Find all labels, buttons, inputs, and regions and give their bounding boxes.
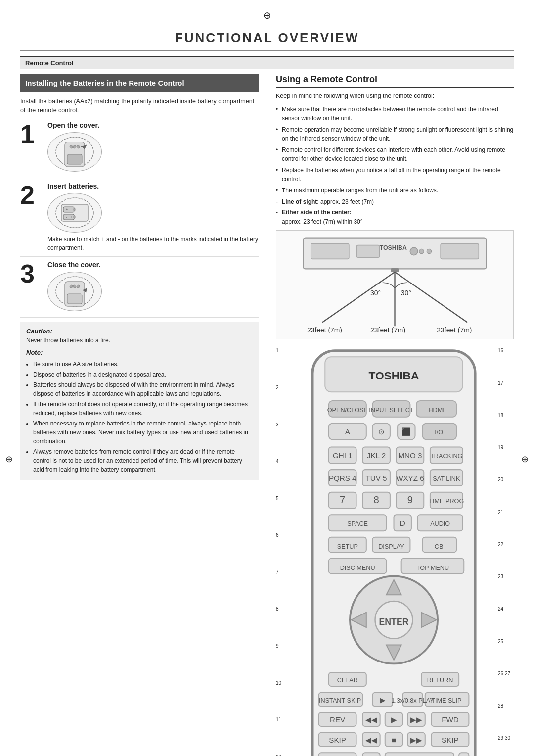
svg-text:REV: REV <box>330 716 346 724</box>
svg-text:ENTER: ENTER <box>379 617 409 627</box>
svg-rect-9 <box>63 207 74 212</box>
svg-text:7: 7 <box>340 495 345 506</box>
note-bullet-3: Batteries should always be disposed of w… <box>33 380 253 398</box>
label-left-5: 5 <box>276 496 290 501</box>
step-3-number: 3 <box>20 261 47 286</box>
install-title: Installing the Batteries in the Remote C… <box>20 74 259 92</box>
svg-text:23feet (7m): 23feet (7m) <box>437 326 472 333</box>
remote-svg-container: TOSHIBA OPEN/CLOSE INPUT SELECT HDMI <box>294 344 494 756</box>
reg-mark-top: ⊕ <box>5 5 529 21</box>
range-diagram: TOSHIBA <box>276 230 514 340</box>
label-left-10: 10 <box>276 681 290 686</box>
svg-text:+: + <box>66 208 68 211</box>
svg-text:SPACE: SPACE <box>347 520 368 527</box>
svg-text:GHI 1: GHI 1 <box>333 452 353 460</box>
note-bullet-5: When necessary to replace batteries in t… <box>33 419 253 446</box>
note-bullet-4: If the remote control does not operate c… <box>33 400 253 418</box>
svg-text:MNO 3: MNO 3 <box>398 452 422 460</box>
note-bullets-list: Be sure to use AA size batteries. Dispos… <box>26 360 253 474</box>
either-side: Either side of the center: <box>276 208 514 217</box>
svg-text:23feet (7m): 23feet (7m) <box>307 326 342 333</box>
svg-text:SKIP: SKIP <box>329 736 346 744</box>
svg-text:FWD: FWD <box>442 716 459 724</box>
svg-rect-28 <box>441 243 479 259</box>
svg-text:1.3x/0.8x PLAY: 1.3x/0.8x PLAY <box>391 697 434 704</box>
svg-text:SKIP: SKIP <box>442 736 459 744</box>
svg-text:AUDIO: AUDIO <box>430 520 450 527</box>
using-bullets-list: Make sure that there are no obstacles be… <box>276 105 514 195</box>
svg-rect-140 <box>459 753 469 756</box>
label-right-29-30: 29 30 <box>498 736 514 741</box>
remote-labels-right: 16 17 18 19 20 21 22 23 24 25 26 27 28 2… <box>498 344 514 756</box>
svg-text:DISPLAY: DISPLAY <box>378 543 404 550</box>
svg-text:▶: ▶ <box>391 716 397 724</box>
step-3: 3 Close the cover. <box>20 261 259 318</box>
note-bullet-6: Always remove batteries from remote cont… <box>33 447 253 474</box>
svg-text:TUV 5: TUV 5 <box>366 474 387 482</box>
page: ⊕ ⊕ ⊕ FUNCTIONAL OVERVIEW Remote Control… <box>5 5 529 756</box>
label-right-23: 23 <box>498 574 514 579</box>
svg-text:DISC MENU: DISC MENU <box>340 565 375 571</box>
svg-point-30 <box>419 249 424 253</box>
svg-text:TIME PROG: TIME PROG <box>429 498 464 505</box>
svg-rect-139 <box>385 753 454 756</box>
svg-text:RETURN: RETURN <box>427 677 453 684</box>
label-left-3: 3 <box>276 423 290 427</box>
svg-text:SAT LINK: SAT LINK <box>433 475 460 482</box>
step-1-number: 1 <box>20 121 47 147</box>
svg-text:■: ■ <box>392 736 396 744</box>
svg-text:WXYZ 6: WXYZ 6 <box>396 474 424 482</box>
svg-text:⬛: ⬛ <box>401 427 411 437</box>
note-bullet-1: Be sure to use AA size batteries. <box>33 360 253 369</box>
remote-labels-left: 1 2 3 4 5 6 7 8 9 10 11 12 13 14 15 <box>276 344 290 756</box>
step-2-number: 2 <box>20 182 47 208</box>
label-right-22: 22 <box>498 542 514 547</box>
step-3-svg <box>52 274 97 309</box>
label-right-17: 17 <box>498 381 514 386</box>
svg-rect-2 <box>67 154 82 164</box>
svg-point-31 <box>427 249 431 253</box>
svg-point-21 <box>70 285 73 288</box>
label-right-16: 16 <box>498 348 514 353</box>
svg-rect-13 <box>63 214 74 220</box>
svg-text:TOP MENU: TOP MENU <box>416 565 449 571</box>
svg-text:TIME SLIP: TIME SLIP <box>431 697 461 704</box>
svg-point-5 <box>73 145 76 148</box>
step-2-svg: + - - + <box>52 195 97 230</box>
svg-point-23 <box>77 285 80 288</box>
content-area: Installing the Batteries in the Remote C… <box>20 69 514 756</box>
step-1: 1 Open the cover. <box>20 121 259 178</box>
step-3-label: Close the cover. <box>47 261 259 269</box>
step-1-svg <box>52 135 97 169</box>
svg-text:A: A <box>345 428 351 436</box>
caution-title: Caution: <box>26 327 253 336</box>
svg-text:23feet (7m): 23feet (7m) <box>370 326 405 333</box>
svg-text:CLEAR: CLEAR <box>337 677 358 684</box>
svg-rect-32 <box>391 268 399 272</box>
step-2-image: + - - + <box>47 193 102 233</box>
svg-text:HDMI: HDMI <box>428 407 444 414</box>
install-desc: Install the batteries (AAx2) matching th… <box>20 97 259 116</box>
label-right-18: 18 <box>498 413 514 418</box>
svg-point-6 <box>77 145 80 148</box>
left-column: Installing the Batteries in the Remote C… <box>20 69 267 756</box>
svg-line-33 <box>322 272 395 322</box>
svg-text:INSTANT SKIP: INSTANT SKIP <box>319 697 361 704</box>
step-2: 2 Insert batteries. + - <box>20 182 259 257</box>
label-right-28: 28 <box>498 704 514 709</box>
svg-text:◀◀: ◀◀ <box>365 716 377 724</box>
svg-text:D: D <box>400 519 405 527</box>
using-bullet-4: Replace the batteries when you notice a … <box>276 166 514 184</box>
step-3-image <box>47 272 102 311</box>
svg-text:▶▶: ▶▶ <box>410 716 422 724</box>
section-header: Remote Control <box>20 56 514 69</box>
using-bullet-3: Remote control for different devices can… <box>276 145 514 163</box>
svg-text:CB: CB <box>435 543 444 550</box>
using-bullet-2: Remote operation may become unreliable i… <box>276 125 514 143</box>
label-left-9: 9 <box>276 644 290 649</box>
svg-text:8: 8 <box>373 495 379 506</box>
svg-text:I/O: I/O <box>435 429 443 436</box>
caution-box: Caution: Never throw batteries into a fi… <box>20 322 259 480</box>
svg-text:⊙: ⊙ <box>378 428 385 436</box>
note-bullet-2: Dispose of batteries in a designated dis… <box>33 370 253 379</box>
